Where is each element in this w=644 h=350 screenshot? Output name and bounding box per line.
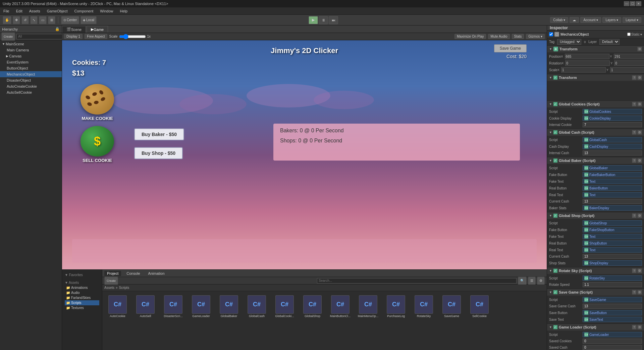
field-ref-value[interactable]: C# BakerButton: [583, 185, 642, 191]
hierarchy-create-btn[interactable]: Create: [1, 33, 15, 41]
script-asset-item[interactable]: C# PurchaseLog: [383, 294, 409, 319]
play-button[interactable]: ▶: [309, 16, 318, 24]
close-button[interactable]: ✕: [636, 1, 641, 6]
favorites-header[interactable]: ▼ Favorites: [65, 272, 99, 277]
comp-checkbox[interactable]: ✓: [553, 102, 557, 106]
rotation-y-input[interactable]: [614, 60, 644, 66]
assets-scripts[interactable]: 📁 Scripts: [65, 300, 99, 305]
component-header-5[interactable]: ▼ ✓ Rotate Sky (Script) ? ⚙: [547, 267, 644, 274]
component-header-4[interactable]: ▼ ✓ Global Shop (Script) ? ⚙: [547, 212, 644, 219]
comp-settings-icon[interactable]: ⚙: [637, 102, 642, 106]
field-ref-value[interactable]: C# GlobalCash: [583, 137, 642, 142]
menu-edit[interactable]: Edit: [14, 8, 24, 14]
component-header-7[interactable]: ▼ ✓ Game Loader (Script) ? ⚙: [547, 324, 644, 331]
comp-checkbox[interactable]: ✓: [553, 76, 557, 80]
script-asset-item[interactable]: C# GlobalCooki...: [272, 294, 297, 319]
component-header-1[interactable]: ▼ ✓ Global Cookies (Script) ? ⚙: [547, 101, 644, 107]
component-header-6[interactable]: ▼ ✓ Save Game (Script) ? ⚙: [547, 289, 644, 296]
comp-checkbox[interactable]: ✓: [553, 325, 557, 329]
field-ref-value[interactable]: C# SaveButton: [583, 310, 642, 315]
script-asset-item[interactable]: C# AutoSell: [133, 294, 158, 319]
aspect-button[interactable]: Free Aspect: [85, 34, 107, 39]
collab-button[interactable]: Collab ▾: [550, 17, 568, 23]
sell-cookie-button[interactable]: $ SELL COOKIE: [79, 126, 116, 163]
field-ref-value[interactable]: C# GlobalShop: [583, 220, 642, 226]
comp-info-icon[interactable]: ?: [632, 158, 637, 163]
tab-console[interactable]: Console: [124, 271, 143, 276]
step-button[interactable]: ⏭: [329, 16, 338, 24]
menu-component[interactable]: Component: [72, 8, 95, 14]
component-header-0[interactable]: ▼ ✓ Transform ? ⚙: [547, 74, 644, 81]
search-icon-btn[interactable]: 🔍: [518, 277, 527, 285]
rotate-tool[interactable]: ↺: [21, 16, 29, 24]
account-button[interactable]: Account ▾: [580, 17, 601, 23]
tab-scene[interactable]: 🎬 Scene: [62, 26, 86, 33]
script-asset-item[interactable]: C# GlobalCash: [244, 294, 269, 319]
script-asset-item[interactable]: C# MainButtonCl...: [328, 294, 353, 319]
comp-checkbox[interactable]: ✓: [553, 159, 557, 163]
comp-checkbox[interactable]: ✓: [553, 130, 557, 134]
tab-animation[interactable]: Animation: [146, 271, 167, 276]
component-header-2[interactable]: ▼ ✓ Global Cash (Script) ? ⚙: [547, 129, 644, 136]
pause-button[interactable]: ⏸: [319, 16, 328, 24]
layer-dropdown[interactable]: Default: [599, 39, 620, 45]
menu-file[interactable]: File: [1, 8, 11, 14]
scale-x-input[interactable]: [561, 67, 606, 73]
assets-textures[interactable]: 📁 Textures: [65, 305, 99, 310]
field-input[interactable]: [583, 282, 642, 287]
hierarchy-search[interactable]: [16, 34, 62, 39]
script-asset-item[interactable]: C# GlobalShop: [300, 294, 325, 319]
assets-header[interactable]: ▼ Assets: [65, 280, 99, 285]
comp-info-icon[interactable]: ?: [632, 102, 637, 106]
move-tool[interactable]: ✥: [13, 16, 20, 24]
script-asset-item[interactable]: C# SellCookie: [467, 294, 492, 319]
mute-audio-btn[interactable]: Mute Audio: [488, 34, 509, 39]
field-ref-value[interactable]: C# SaveGame: [583, 297, 642, 302]
field-ref-value[interactable]: C# Text: [583, 192, 642, 198]
field-ref-value[interactable]: C# ShopButton: [583, 240, 642, 246]
field-ref-value[interactable]: C# ShopDisplay: [583, 260, 642, 266]
field-ref-value[interactable]: C# Text: [583, 234, 642, 239]
menu-assets[interactable]: Assets: [27, 8, 42, 14]
field-ref-value[interactable]: C# BakerDisplay: [583, 205, 642, 211]
scale-slider[interactable]: [119, 34, 146, 39]
field-ref-value[interactable]: C# GameLoader: [583, 332, 642, 337]
field-input[interactable]: [583, 150, 642, 156]
position-y-input[interactable]: [614, 54, 644, 59]
make-cookie-button[interactable]: MAKE COOKIE: [79, 84, 116, 121]
buy-shop-button[interactable]: Buy Shop - $50: [134, 147, 183, 159]
script-asset-item[interactable]: C# GlobalBaker: [216, 294, 241, 319]
field-input[interactable]: [583, 122, 642, 127]
field-ref-value[interactable]: C# CookieDisplay: [583, 116, 642, 121]
breadcrumb-assets[interactable]: Assets: [104, 286, 114, 290]
comp-settings-icon[interactable]: ⚙: [637, 75, 642, 80]
hierarchy-item[interactable]: AutoCreateCookie: [0, 83, 62, 89]
tag-dropdown[interactable]: Untagged: [557, 39, 581, 45]
field-ref-value[interactable]: C# Text: [583, 247, 642, 253]
maximize-on-play-btn[interactable]: Maximize On Play: [454, 34, 486, 39]
minimize-button[interactable]: —: [624, 1, 629, 6]
comp-settings-icon[interactable]: ⚙: [637, 47, 642, 51]
comp-checkbox[interactable]: ✓: [553, 214, 557, 218]
assets-farlandskies[interactable]: 📁 FarlandSkies: [65, 295, 99, 300]
comp-settings-icon[interactable]: ⚙: [637, 325, 642, 330]
hand-tool[interactable]: ✋: [3, 16, 11, 24]
stats-btn[interactable]: Stats: [512, 34, 524, 39]
comp-info-icon[interactable]: ?: [632, 130, 637, 135]
component-header-transform[interactable]: ▼ ⊕ Transform ⚙: [547, 46, 644, 52]
script-asset-item[interactable]: C# GameLoader: [189, 294, 214, 319]
maximize-button[interactable]: ☐: [630, 1, 635, 6]
static-check[interactable]: [627, 33, 631, 36]
script-asset-item[interactable]: C# RotateSky: [411, 294, 436, 319]
component-header-3[interactable]: ▼ ✓ Global Baker (Script) ? ⚙: [547, 157, 644, 164]
field-input[interactable]: [583, 254, 642, 259]
hierarchy-item[interactable]: ButtonObject: [0, 65, 62, 71]
scale-y-input[interactable]: [610, 67, 644, 73]
field-ref-value[interactable]: C# Text: [583, 179, 642, 184]
tab-project[interactable]: Project: [104, 271, 121, 276]
script-asset-item[interactable]: C# SaveGame: [439, 294, 464, 319]
assets-animations[interactable]: 📁 Animations: [65, 285, 99, 290]
field-input[interactable]: [583, 339, 642, 344]
comp-info-icon[interactable]: ?: [632, 325, 637, 330]
project-settings-btn[interactable]: ⚙: [537, 277, 545, 285]
